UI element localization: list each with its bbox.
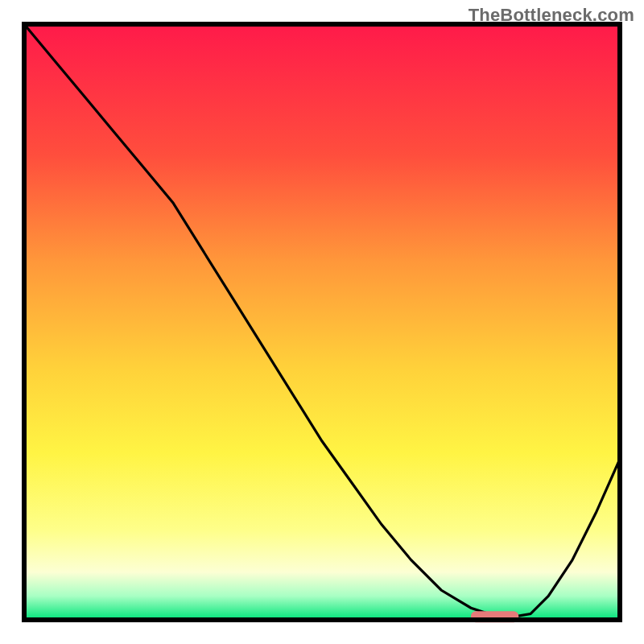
chart-container: TheBottleneck.com xyxy=(0,0,644,644)
watermark-label: TheBottleneck.com xyxy=(469,5,634,26)
plot-gradient-bg xyxy=(24,24,620,620)
bottleneck-chart xyxy=(0,0,644,644)
